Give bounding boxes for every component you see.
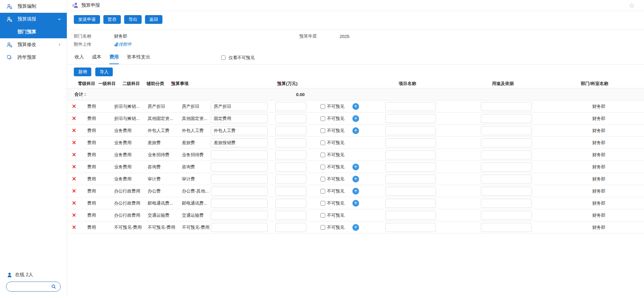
budget-item-input[interactable] — [211, 186, 268, 196]
tab-expense[interactable]: 费用 — [109, 54, 119, 64]
unforeseen-checkbox[interactable] — [320, 225, 325, 230]
unforeseen-option[interactable]: 不可预见 — [320, 176, 344, 182]
add-subrow-icon[interactable]: + — [352, 176, 359, 182]
unforeseen-option[interactable]: 不可预见 — [320, 152, 344, 158]
unforeseen-option[interactable]: 不可预见 — [320, 200, 344, 206]
search-input[interactable] — [10, 284, 51, 290]
unforeseen-checkbox[interactable] — [320, 213, 325, 218]
delete-row-icon[interactable]: ✕ — [72, 116, 76, 121]
unforeseen-option[interactable]: 不可预见 — [320, 116, 344, 122]
sidebar-item-budget-fill[interactable]: 预算填报 — [0, 13, 67, 26]
save-draft-button[interactable]: 暂存 — [103, 15, 121, 24]
project-name-input[interactable] — [385, 211, 436, 220]
delete-row-icon[interactable]: ✕ — [72, 104, 76, 109]
project-name-input[interactable] — [385, 186, 436, 196]
unforeseen-checkbox[interactable] — [320, 128, 325, 133]
unforeseen-checkbox[interactable] — [320, 104, 325, 109]
delete-row-icon[interactable]: ✕ — [72, 152, 76, 158]
budget-amount-input[interactable] — [275, 114, 306, 123]
unforeseen-filter-checkbox[interactable] — [221, 55, 226, 60]
unforeseen-checkbox[interactable] — [320, 165, 325, 169]
delete-row-icon[interactable]: ✕ — [72, 128, 76, 133]
budget-item-input[interactable] — [211, 211, 268, 220]
sidebar-item-cross-year-budget[interactable]: 跨年预算 — [0, 51, 67, 64]
budget-amount-input[interactable] — [275, 150, 306, 159]
delete-row-icon[interactable]: ✕ — [72, 164, 76, 170]
project-name-input[interactable] — [385, 174, 436, 183]
unforeseen-checkbox[interactable] — [320, 140, 325, 145]
budget-item-input[interactable] — [211, 138, 268, 147]
project-name-input[interactable] — [385, 114, 436, 123]
budget-item-input[interactable] — [211, 102, 268, 111]
delete-row-icon[interactable]: ✕ — [72, 140, 76, 145]
project-name-input[interactable] — [385, 102, 436, 111]
tab-income[interactable]: 收入 — [75, 54, 84, 64]
purpose-input[interactable] — [481, 211, 532, 220]
unforeseen-checkbox[interactable] — [320, 201, 325, 206]
add-subrow-icon[interactable]: + — [352, 164, 359, 170]
purpose-input[interactable] — [481, 102, 532, 111]
project-name-input[interactable] — [385, 199, 436, 208]
purpose-input[interactable] — [481, 174, 532, 183]
unforeseen-option[interactable]: 不可预见 — [320, 103, 344, 110]
export-button[interactable]: 导出 — [124, 15, 142, 24]
delete-row-icon[interactable]: ✕ — [72, 176, 76, 182]
unforeseen-option[interactable]: 不可预见 — [320, 164, 344, 170]
budget-amount-input[interactable] — [275, 223, 306, 232]
unforeseen-checkbox[interactable] — [320, 116, 325, 121]
project-name-input[interactable] — [385, 126, 436, 135]
add-subrow-icon[interactable]: + — [352, 188, 359, 195]
sidebar-item-budget-modify[interactable]: 预算修改 — [0, 38, 67, 51]
budget-item-input[interactable] — [211, 174, 268, 183]
purpose-input[interactable] — [481, 126, 532, 135]
unforeseen-checkbox[interactable] — [320, 189, 325, 194]
tab-cost[interactable]: 成本 — [92, 54, 101, 64]
budget-item-input[interactable] — [211, 126, 268, 135]
add-row-button[interactable]: 新增 — [74, 68, 91, 76]
budget-amount-input[interactable] — [275, 102, 306, 111]
budget-amount-input[interactable] — [275, 199, 306, 208]
purpose-input[interactable] — [481, 150, 532, 159]
purpose-input[interactable] — [481, 223, 532, 232]
add-subrow-icon[interactable]: + — [352, 224, 359, 231]
project-name-input[interactable] — [385, 223, 436, 232]
send-request-button[interactable]: 发送申请 — [74, 15, 100, 24]
sidebar-item-budget-compile[interactable]: 预算编制 — [0, 0, 67, 13]
project-name-input[interactable] — [385, 138, 436, 147]
budget-amount-input[interactable] — [275, 138, 306, 147]
import-button[interactable]: 导入 — [95, 68, 113, 76]
budget-item-input[interactable] — [211, 162, 268, 171]
unforeseen-option[interactable]: 不可预见 — [320, 224, 344, 230]
budget-amount-input[interactable] — [275, 174, 306, 183]
add-subrow-icon[interactable]: + — [352, 200, 359, 207]
add-subrow-icon[interactable]: + — [352, 127, 359, 134]
budget-item-input[interactable] — [211, 199, 268, 208]
search-icon[interactable] — [51, 284, 56, 289]
purpose-input[interactable] — [481, 138, 532, 147]
add-subrow-icon[interactable]: + — [352, 115, 359, 122]
budget-item-input[interactable] — [211, 223, 268, 232]
budget-amount-input[interactable] — [275, 186, 306, 196]
favorite-star-icon[interactable] — [629, 3, 635, 8]
project-name-input[interactable] — [385, 162, 436, 171]
tab-capital-expenditure[interactable]: 资本性支出 — [127, 54, 150, 64]
budget-amount-input[interactable] — [275, 211, 306, 220]
project-name-input[interactable] — [385, 150, 436, 159]
purpose-input[interactable] — [481, 114, 532, 123]
budget-item-input[interactable] — [211, 150, 268, 159]
add-subrow-icon[interactable]: + — [352, 103, 359, 110]
unforeseen-option[interactable]: 不可预见 — [320, 212, 344, 218]
unforeseen-option[interactable]: 不可预见 — [320, 188, 344, 194]
unforeseen-option[interactable]: 不可预见 — [320, 140, 344, 146]
back-button[interactable]: 返回 — [145, 15, 162, 24]
purpose-input[interactable] — [481, 162, 532, 171]
budget-amount-input[interactable] — [275, 162, 306, 171]
delete-row-icon[interactable]: ✕ — [72, 201, 76, 206]
delete-row-icon[interactable]: ✕ — [72, 225, 76, 230]
budget-amount-input[interactable] — [275, 126, 306, 135]
delete-row-icon[interactable]: ✕ — [72, 213, 76, 218]
delete-row-icon[interactable]: ✕ — [72, 188, 76, 194]
unforeseen-checkbox[interactable] — [320, 153, 325, 157]
unforeseen-filter[interactable]: 仅看不可预见 — [220, 54, 255, 64]
budget-item-input[interactable] — [211, 114, 268, 123]
